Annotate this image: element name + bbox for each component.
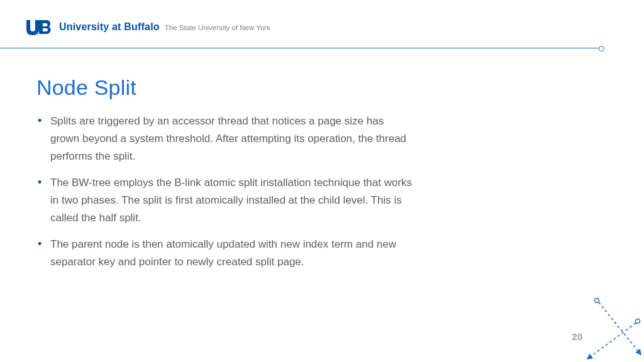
svg-line-1 <box>599 302 641 354</box>
list-item: Splits are triggered by an accessor thre… <box>49 112 414 165</box>
list-item: The parent node is then atomically updat… <box>49 236 414 271</box>
ub-logo-icon <box>25 18 53 36</box>
slide-title: Node Split <box>36 75 414 100</box>
header-text: University at Buffalo The State Universi… <box>59 21 270 33</box>
svg-line-3 <box>587 323 636 359</box>
svg-point-2 <box>636 319 640 324</box>
svg-point-0 <box>595 299 599 303</box>
slide-content: Node Split Splits are triggered by an ac… <box>36 75 414 280</box>
list-item: The BW-tree employs the B-link atomic sp… <box>49 174 414 227</box>
university-name: University at Buffalo <box>59 21 160 33</box>
suny-subtitle: The State University of New York <box>165 24 270 31</box>
page-number: 20 <box>572 331 582 342</box>
bullet-list: Splits are triggered by an accessor thre… <box>36 112 414 271</box>
header-divider <box>0 48 601 48</box>
slide-header: University at Buffalo The State Universi… <box>25 18 270 36</box>
corner-decoration-icon <box>575 293 644 362</box>
